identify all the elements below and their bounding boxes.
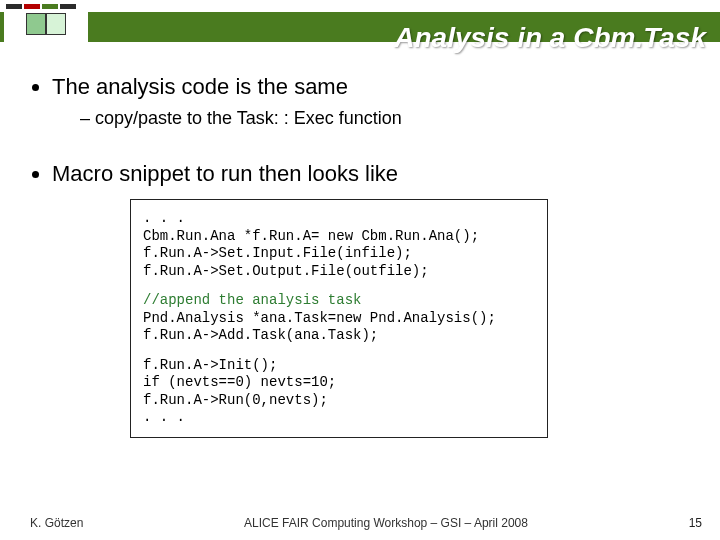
logo-building-icon (26, 13, 66, 35)
code-line: . . . (143, 210, 535, 228)
slide-header: Analysis in a Cbm.Task (0, 0, 720, 52)
logo-bar-icon (6, 4, 22, 9)
page-number: 15 (689, 516, 702, 530)
code-line: f.Run.A->Add.Task(ana.Task); (143, 327, 535, 345)
code-block: f.Run.A->Init(); if (nevts==0) nevts=10;… (143, 357, 535, 427)
logo-bars (4, 2, 88, 9)
slide-body: The analysis code is the same copy/paste… (0, 52, 720, 438)
bullet-item: Macro snippet to run then looks like (52, 161, 686, 187)
code-line: f.Run.A->Set.Input.File(infile); (143, 245, 535, 263)
bullet-text: The analysis code is the same (52, 74, 348, 99)
bullet-item: The analysis code is the same copy/paste… (52, 74, 686, 129)
bullet-list: The analysis code is the same copy/paste… (52, 74, 686, 129)
header-bar: Analysis in a Cbm.Task (0, 12, 720, 42)
logo (4, 2, 88, 50)
bullet-list: Macro snippet to run then looks like (52, 161, 686, 187)
code-line: Cbm.Run.Ana *f.Run.A= new Cbm.Run.Ana(); (143, 228, 535, 246)
logo-bar-icon (24, 4, 40, 9)
slide-title: Analysis in a Cbm.Task (394, 22, 706, 54)
code-line: f.Run.A->Run(0,nevts); (143, 392, 535, 410)
code-block: . . . Cbm.Run.Ana *f.Run.A= new Cbm.Run.… (143, 210, 535, 280)
slide-footer: K. Götzen ALICE FAIR Computing Workshop … (0, 516, 720, 530)
code-line: . . . (143, 409, 535, 427)
code-block: //append the analysis task Pnd.Analysis … (143, 292, 535, 345)
sub-bullet-list: copy/paste to the Task: : Exec function (80, 108, 686, 129)
footer-venue: ALICE FAIR Computing Workshop – GSI – Ap… (83, 516, 688, 530)
sub-bullet-item: copy/paste to the Task: : Exec function (80, 108, 686, 129)
code-line: f.Run.A->Init(); (143, 357, 535, 375)
logo-bar-icon (60, 4, 76, 9)
code-line: f.Run.A->Set.Output.File(outfile); (143, 263, 535, 281)
footer-author: K. Götzen (30, 516, 83, 530)
code-line: Pnd.Analysis *ana.Task=new Pnd.Analysis(… (143, 310, 535, 328)
code-line: if (nevts==0) nevts=10; (143, 374, 535, 392)
code-comment: //append the analysis task (143, 292, 535, 310)
logo-bar-icon (42, 4, 58, 9)
slide: Analysis in a Cbm.Task The analysis code… (0, 0, 720, 540)
code-snippet: . . . Cbm.Run.Ana *f.Run.A= new Cbm.Run.… (130, 199, 548, 438)
